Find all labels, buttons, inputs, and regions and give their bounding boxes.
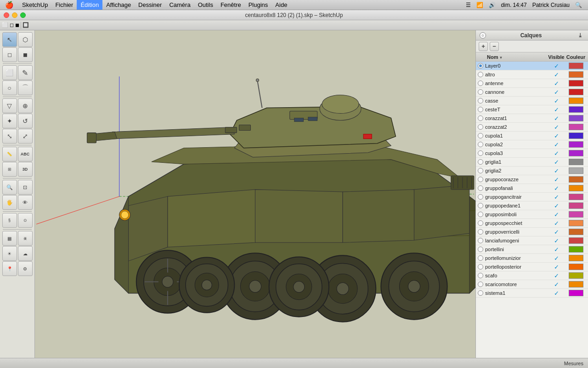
toolbar-icon-4[interactable]: 🔲 (23, 22, 29, 28)
layer-visible-checkbox[interactable]: ✓ (547, 246, 565, 253)
rotate-tool[interactable]: ↺ (18, 114, 33, 128)
layer-row[interactable]: gruppocorazze✓ (476, 175, 588, 184)
layer-radio[interactable] (478, 133, 483, 138)
layer-radio[interactable] (478, 63, 483, 69)
apple-logo[interactable]: 🍎 (0, 1, 18, 9)
layer-color-cell[interactable] (565, 185, 586, 191)
minimize-button[interactable] (12, 12, 17, 18)
menu-sketchup[interactable]: SketchUp (18, 0, 51, 10)
menu-fenetre[interactable]: Fenêtre (217, 0, 245, 10)
component-tool[interactable]: ⛯ (18, 231, 33, 246)
layer-row[interactable]: gruppospecchiet✓ (476, 219, 588, 228)
layer-radio[interactable] (478, 220, 483, 226)
layer-radio[interactable] (478, 238, 483, 243)
followme-tool[interactable]: ⤢ (18, 129, 33, 144)
layer-radio[interactable] (478, 247, 483, 252)
layer-visible-checkbox[interactable]: ✓ (547, 159, 565, 166)
layer-row[interactable]: portellini✓ (476, 245, 588, 254)
layer-visible-checkbox[interactable]: ✓ (547, 124, 565, 131)
layer-row[interactable]: antenne✓ (476, 79, 588, 88)
layer-radio[interactable] (478, 273, 483, 278)
layer-visible-checkbox[interactable]: ✓ (547, 237, 565, 244)
menu-outils[interactable]: Outils (194, 0, 217, 10)
layer-radio[interactable] (478, 89, 483, 95)
search-icon[interactable]: 🔍 (574, 2, 583, 8)
layer-color-cell[interactable] (565, 220, 586, 226)
layer-row[interactable]: Layer0✓ (476, 62, 588, 70)
layer-radio[interactable] (478, 264, 483, 270)
layer-color-cell[interactable] (565, 106, 586, 113)
layer-radio[interactable] (478, 72, 483, 77)
layer-row[interactable]: gruppoverricelli✓ (476, 228, 588, 236)
layer-visible-checkbox[interactable]: ✓ (547, 115, 565, 122)
layer-radio[interactable] (478, 194, 483, 200)
toolbar-icon-2[interactable]: ◻ (10, 22, 14, 28)
add-layer-button[interactable]: + (479, 42, 488, 51)
layer-row[interactable]: scafo✓ (476, 271, 588, 280)
layer-row[interactable]: griglia2✓ (476, 167, 588, 175)
menu-fichier[interactable]: Fichier (51, 0, 77, 10)
layer-visible-checkbox[interactable]: ✓ (547, 281, 565, 288)
layer-radio[interactable] (478, 177, 483, 182)
layer-row[interactable]: griglia1✓ (476, 158, 588, 167)
toolbar-icon-3[interactable]: ◼ (15, 22, 19, 28)
layer-row[interactable]: corazzat2✓ (476, 123, 588, 132)
make-component-tool[interactable]: ⬡ (18, 32, 33, 47)
layer-row[interactable]: cupola2✓ (476, 140, 588, 149)
layer-color-cell[interactable] (565, 89, 586, 95)
layer-row[interactable]: cannone✓ (476, 88, 588, 97)
zoom-tool[interactable]: 🔍 (2, 180, 17, 195)
layer-radio[interactable] (478, 185, 483, 191)
col-nom-header[interactable]: Nom▼ (478, 54, 547, 60)
menu-aide[interactable]: Aide (271, 0, 291, 10)
layer-color-cell[interactable] (565, 272, 586, 279)
layer-color-cell[interactable] (565, 255, 586, 261)
layer-row[interactable]: sistema1✓ (476, 289, 588, 298)
layer-row[interactable]: portelloposterior✓ (476, 263, 588, 271)
close-button[interactable] (4, 12, 9, 18)
layer-row[interactable]: portellomunizior✓ (476, 254, 588, 263)
layer-color-cell[interactable] (565, 63, 586, 69)
layer-radio[interactable] (478, 255, 483, 261)
location-tool[interactable]: 📍 (2, 261, 17, 276)
layer-radio[interactable] (478, 124, 483, 130)
paint-bucket-tool[interactable]: ◼ (18, 47, 33, 62)
layer-visible-checkbox[interactable]: ✓ (547, 89, 565, 96)
layer-radio[interactable] (478, 168, 483, 173)
layer-color-cell[interactable] (565, 246, 586, 253)
layer-visible-checkbox[interactable]: ✓ (547, 98, 565, 104)
layer-visible-checkbox[interactable]: ✓ (547, 167, 565, 174)
layer-row[interactable]: lanciafumogeni✓ (476, 236, 588, 245)
layer-color-cell[interactable] (565, 167, 586, 174)
layer-visible-checkbox[interactable]: ✓ (547, 80, 565, 87)
layer-row[interactable]: scaricomotore✓ (476, 280, 588, 289)
layer-color-cell[interactable] (565, 159, 586, 165)
layer-visible-checkbox[interactable]: ✓ (547, 264, 565, 270)
menu-camera[interactable]: Caméra (165, 0, 194, 10)
layer-visible-checkbox[interactable]: ✓ (547, 71, 565, 78)
layer-row[interactable]: casse✓ (476, 97, 588, 105)
layer-color-cell[interactable] (565, 194, 586, 200)
layer-color-cell[interactable] (565, 264, 586, 270)
layer-color-cell[interactable] (565, 229, 586, 235)
menu-dessiner[interactable]: Dessiner (135, 0, 165, 10)
menu-edition[interactable]: Édition (77, 0, 102, 10)
layer-radio[interactable] (478, 107, 483, 112)
layer-color-cell[interactable] (565, 150, 586, 156)
layer-row[interactable]: cesteT✓ (476, 105, 588, 114)
orbit-tool[interactable]: 👁 (18, 195, 33, 210)
toolbar-icon-1[interactable]: ⬜ (2, 22, 8, 28)
layer-color-cell[interactable] (565, 237, 586, 244)
viewport[interactable] (35, 30, 475, 358)
layer-visible-checkbox[interactable]: ✓ (547, 211, 565, 218)
pencil-tool[interactable]: ✎ (18, 65, 33, 80)
layer-color-cell[interactable] (565, 290, 586, 296)
layer-visible-checkbox[interactable]: ✓ (547, 220, 565, 227)
eraser-tool[interactable]: ◻ (2, 47, 17, 62)
layer-color-cell[interactable] (565, 71, 586, 78)
zoom-extents-tool[interactable]: ⊡ (18, 180, 33, 195)
layer-radio[interactable] (478, 290, 483, 296)
layer-radio[interactable] (478, 80, 483, 86)
layer-radio[interactable] (478, 203, 483, 208)
layer-row[interactable]: gruppofanali✓ (476, 184, 588, 193)
